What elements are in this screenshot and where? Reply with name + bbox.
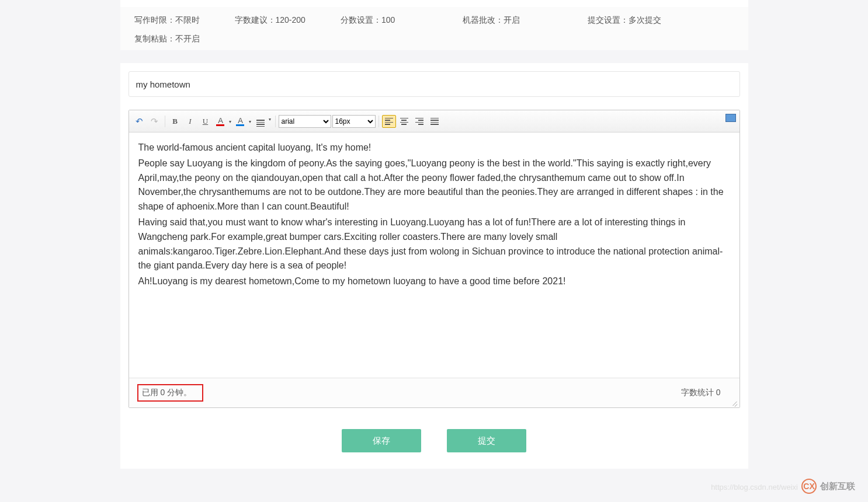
editor-paragraph: People say Luoyang is the kingdom of peo… — [138, 156, 730, 214]
bg-color-icon: A — [234, 114, 248, 127]
undo-icon[interactable]: ↶ — [133, 115, 147, 128]
action-bar: 保存 提交 — [129, 429, 740, 452]
save-button[interactable]: 保存 — [342, 429, 421, 452]
editor-paragraph: Having said that,you must want to know w… — [138, 215, 730, 273]
bold-button[interactable]: B — [168, 115, 182, 128]
watermark-url: https://blog.csdn.net/weixi — [711, 483, 798, 491]
align-right-button[interactable] — [412, 115, 426, 128]
setting-word-suggestion: 字数建议：120-200 — [235, 15, 305, 26]
italic-button[interactable]: I — [183, 115, 197, 128]
editor-toolbar: ↶ ↷ B I U A▾ A▾ ▾ arial — [129, 110, 739, 133]
editor-paragraph: Ah!Luoyang is my dearest hometown,Come t… — [138, 274, 730, 289]
editor-panel: ↶ ↷ B I U A▾ A▾ ▾ arial — [120, 63, 748, 469]
font-color-icon: A — [214, 114, 228, 127]
font-family-select[interactable]: arial — [279, 115, 331, 128]
toolbar-separator — [165, 116, 165, 127]
editor-status-bar: 已用 0 分钟。 字数统计 0 — [129, 378, 739, 407]
timer-display: 已用 0 分钟。 — [137, 384, 204, 402]
word-count-display: 字数统计 0 — [681, 388, 721, 398]
toolbar-separator — [379, 116, 379, 127]
align-justify-button[interactable] — [428, 115, 442, 128]
resize-handle-icon[interactable] — [730, 398, 738, 406]
fullscreen-icon[interactable] — [725, 114, 736, 122]
settings-panel: 写作时限：不限时 字数建议：120-200 分数设置：100 机器批改：开启 提… — [120, 0, 748, 50]
font-color-dropdown[interactable]: A▾ — [214, 114, 232, 128]
setting-copy-paste: 复制粘贴：不开启 — [134, 34, 734, 44]
underline-button[interactable]: U — [199, 115, 213, 128]
align-center-button[interactable] — [397, 115, 411, 128]
line-height-icon — [254, 117, 268, 130]
line-height-dropdown[interactable]: ▾ — [254, 113, 272, 130]
chevron-down-icon: ▾ — [228, 116, 232, 128]
watermark-text: 创新互联 — [820, 481, 855, 492]
rich-text-editor: ↶ ↷ B I U A▾ A▾ ▾ arial — [129, 110, 740, 408]
chevron-down-icon: ▾ — [248, 116, 252, 128]
setting-time-limit: 写作时限：不限时 — [134, 15, 200, 26]
font-size-select[interactable]: 16px — [332, 115, 376, 128]
setting-score: 分数设置：100 — [341, 15, 395, 26]
chevron-down-icon: ▾ — [268, 113, 272, 126]
editor-paragraph: The world-famous ancient capital luoyang… — [138, 141, 730, 155]
watermark: CX 创新互联 — [801, 479, 855, 494]
watermark-logo-icon: CX — [801, 479, 817, 494]
toolbar-separator — [275, 116, 276, 127]
redo-icon[interactable]: ↷ — [148, 115, 162, 128]
submit-button[interactable]: 提交 — [447, 429, 526, 452]
title-input[interactable] — [129, 71, 740, 97]
setting-submit: 提交设置：多次提交 — [588, 15, 661, 26]
align-left-button[interactable] — [382, 115, 396, 128]
setting-machine-grade: 机器批改：开启 — [463, 15, 520, 26]
background-color-dropdown[interactable]: A▾ — [234, 114, 252, 128]
editor-content-area[interactable]: The world-famous ancient capital luoyang… — [129, 133, 739, 378]
